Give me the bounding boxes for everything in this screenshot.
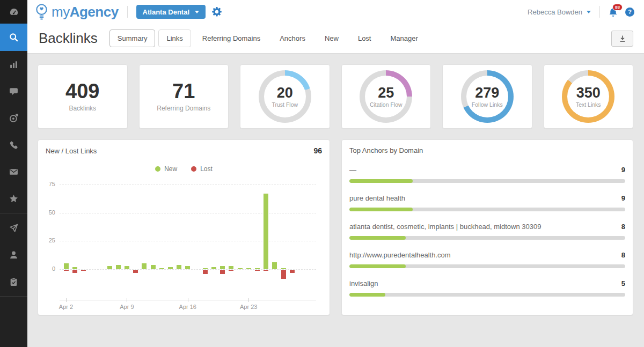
anchor-value: 9	[621, 194, 625, 202]
bar-new	[125, 266, 129, 269]
sidebar-item-clipboard-check[interactable]	[0, 268, 27, 295]
stat-card-referring-domains: 71Referring Domains	[139, 64, 229, 129]
anchor-list: —9pure dental health9atlanta dentist, co…	[349, 166, 625, 297]
legend-item-new[interactable]: New	[155, 165, 177, 173]
page-header: Backlinks SummaryLinksReferring DomainsA…	[27, 24, 644, 54]
user-name: Rebecca Bowden	[528, 8, 582, 16]
bar-new	[159, 268, 164, 269]
lightbulb-icon	[35, 3, 48, 21]
bar-lost	[255, 270, 260, 271]
stat-value: 279	[475, 85, 499, 100]
panel-head: Top Anchors by Domain	[349, 146, 625, 154]
top-anchors-panel: Top Anchors by Domain —9pure dental heal…	[341, 139, 633, 315]
anchor-label: pure dental health	[349, 194, 405, 202]
x-axis-label: Apr 2	[50, 304, 82, 310]
topbar-right: Rebecca Bowden 88 ?	[528, 6, 634, 18]
stat-label: Referring Domains	[157, 105, 210, 112]
bar-new	[72, 267, 77, 269]
tab-new[interactable]: New	[317, 29, 347, 47]
clipboard-check-icon	[9, 277, 18, 286]
x-axis-label: Apr 9	[111, 304, 143, 310]
panel-title: New / Lost Links	[46, 147, 97, 155]
new-lost-links-panel: New / Lost Links 96 NewLost 7550250Apr 2…	[38, 139, 330, 315]
anchor-value: 9	[621, 166, 625, 174]
bar-new	[107, 266, 112, 269]
anchor-bar-track	[349, 208, 625, 211]
tab-anchors[interactable]: Anchors	[272, 29, 313, 47]
notifications-button[interactable]: 88	[609, 8, 618, 17]
user-menu[interactable]: Rebecca Bowden	[528, 8, 591, 16]
user-icon	[9, 250, 18, 260]
sidebar-item-chat[interactable]	[0, 78, 27, 105]
bar-lost	[203, 270, 208, 274]
bar-new	[185, 266, 190, 269]
donut-center: 25Citation Flow	[365, 76, 407, 117]
help-button[interactable]: ?	[625, 8, 634, 17]
sidebar-item-speedometer[interactable]	[0, 0, 27, 24]
legend-dot	[191, 166, 196, 172]
tab-links[interactable]: Links	[158, 29, 191, 47]
anchor-label: atlanta dentist, cosmetic, implants | bu…	[349, 223, 541, 231]
bar-lost	[229, 270, 233, 271]
bar-lost	[133, 270, 138, 273]
legend-item-lost[interactable]: Lost	[191, 165, 213, 173]
anchor-row: pure dental health9	[349, 194, 625, 211]
brand-logo: myAgency	[35, 3, 119, 21]
chat-icon	[9, 87, 18, 96]
stat-card-backlinks: 409Backlinks	[38, 64, 128, 129]
download-button[interactable]	[611, 31, 633, 47]
client-selector-label: Atlanta Dental	[143, 8, 189, 16]
speedometer-icon	[9, 7, 19, 17]
paper-plane-icon	[9, 224, 18, 233]
tab-manager[interactable]: Manager	[382, 29, 426, 47]
bar-new	[264, 194, 268, 269]
anchor-bar-track	[349, 293, 625, 297]
tab-summary[interactable]: Summary	[109, 29, 156, 47]
panels-row: New / Lost Links 96 NewLost 7550250Apr 2…	[38, 139, 633, 315]
anchor-bar-track	[349, 236, 625, 240]
bar-new	[229, 266, 233, 269]
sidebar-item-search[interactable]	[0, 24, 27, 51]
sidebar-item-mail[interactable]	[0, 158, 27, 185]
donut-gauge: 25Citation Flow	[360, 70, 412, 123]
tab-lost[interactable]: Lost	[350, 29, 379, 47]
brand-name: myAgency	[52, 4, 119, 20]
gridline	[60, 213, 316, 213]
anchor-label: —	[349, 166, 356, 174]
anchor-bar-fill	[349, 293, 385, 297]
main-column: myAgency Atlanta Dental Rebecca Bowden	[27, 0, 644, 347]
donut-gauge: 350Text Links	[562, 70, 614, 123]
sidebar-item-user[interactable]	[0, 241, 27, 268]
sidebar-item-paper-plane[interactable]	[0, 215, 27, 241]
sidebar-divider	[0, 296, 27, 297]
sidebar-item-bar-chart[interactable]	[0, 51, 27, 78]
gridline	[60, 269, 316, 270]
tab-referring-domains[interactable]: Referring Domains	[194, 29, 268, 47]
app-root: myAgency Atlanta Dental Rebecca Bowden	[0, 0, 644, 347]
x-tick	[188, 298, 188, 302]
anchor-row: invisalign5	[349, 279, 625, 297]
sidebar-item-phone[interactable]	[0, 131, 27, 158]
anchor-label: http://www.puredentalhealth.com	[349, 251, 451, 259]
stat-label: Backlinks	[69, 105, 96, 112]
stat-card-follow-links: 279Follow Links	[442, 64, 532, 129]
anchor-bar-track	[349, 179, 625, 183]
bar-lost	[72, 270, 77, 273]
bar-new	[255, 268, 260, 269]
client-selector-button[interactable]: Atlanta Dental	[136, 5, 206, 19]
sidebar-item-star[interactable]	[0, 185, 27, 212]
bar-lost	[64, 270, 69, 271]
anchor-bar-fill	[349, 236, 406, 240]
anchor-value: 8	[621, 223, 625, 231]
stat-cards: 409Backlinks71Referring Domains20Trust F…	[38, 64, 633, 129]
bar-new	[203, 268, 208, 269]
donut-gauge: 279Follow Links	[461, 70, 514, 123]
bar-lost	[220, 270, 225, 274]
anchor-row: —9	[349, 166, 625, 183]
stat-value: 20	[277, 85, 293, 100]
sidebar-item-target-arrow[interactable]	[0, 105, 27, 131]
bar-lost	[290, 270, 295, 273]
bar-new	[238, 268, 243, 269]
bar-new	[246, 268, 251, 269]
gear-icon[interactable]	[212, 7, 222, 17]
